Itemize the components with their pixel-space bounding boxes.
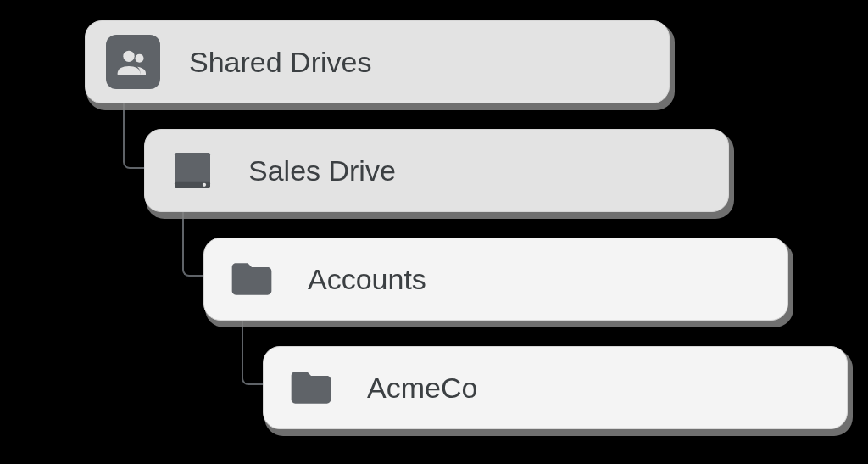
tree-node-sales-drive[interactable]: Sales Drive: [144, 129, 729, 212]
people-icon: [106, 35, 160, 89]
tree-node-shared-drives[interactable]: Shared Drives: [85, 20, 670, 103]
svg-point-1: [136, 54, 144, 63]
svg-point-0: [123, 51, 134, 62]
tree-node-accounts[interactable]: Accounts: [203, 238, 788, 321]
drive-icon: [165, 143, 220, 198]
folder-tree: Shared Drives Sales Drive Accounts AcmeC…: [85, 20, 848, 455]
folder-icon: [225, 252, 279, 306]
tree-node-label: AcmeCo: [367, 372, 477, 405]
tree-node-label: Accounts: [308, 263, 426, 296]
tree-node-acmeco[interactable]: AcmeCo: [263, 346, 848, 429]
folder-icon: [284, 361, 338, 415]
svg-point-4: [203, 183, 206, 187]
tree-node-label: Shared Drives: [189, 46, 371, 79]
tree-node-label: Sales Drive: [248, 154, 396, 187]
